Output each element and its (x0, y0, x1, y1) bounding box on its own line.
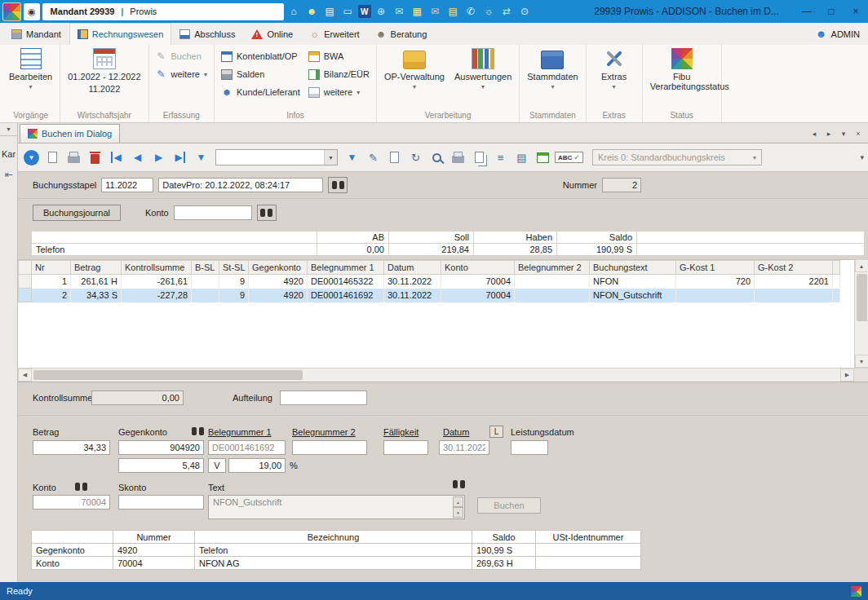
new-booking-button[interactable] (43, 147, 62, 168)
table-export-button[interactable] (534, 147, 552, 168)
send-mail-icon[interactable]: ✉ (427, 3, 443, 20)
word-icon[interactable]: W (358, 5, 371, 18)
tab-online[interactable]: ! Online (243, 23, 301, 45)
extras-button[interactable]: Extras ▾ (589, 46, 640, 90)
recent-icon[interactable]: ⊙ (517, 3, 533, 20)
user-menu[interactable]: ☻ ADMIN (808, 23, 868, 45)
betrag-input[interactable] (33, 440, 110, 455)
ideas-icon[interactable]: ☼ (481, 3, 497, 20)
documents-icon[interactable]: ▤ (322, 3, 338, 20)
protocol-button[interactable]: ▤ (512, 147, 531, 168)
buchen-submit-button[interactable]: Buchen (477, 497, 541, 514)
scroll-right-button[interactable]: ▶ (840, 368, 854, 382)
leistungsdatum-input[interactable] (511, 440, 548, 455)
list-view-button[interactable]: ≡ (491, 147, 510, 168)
gegenkonto-info-row[interactable]: Gegenkonto 4920 Telefon 190,99 S (32, 544, 641, 557)
tab-beratung[interactable]: ☻ Beratung (368, 23, 436, 45)
vertical-scrollbar[interactable]: ▲ ▼ (854, 259, 868, 368)
first-record-button[interactable]: ◀ (107, 147, 126, 168)
search-button[interactable] (427, 147, 446, 168)
tab-list-button[interactable]: ▾ (837, 127, 850, 140)
konto-filter-input[interactable] (174, 205, 252, 220)
konto-input[interactable] (33, 495, 110, 510)
spin-up-button[interactable]: ▴ (453, 496, 463, 507)
previous-record-button[interactable]: ◀ (128, 147, 147, 168)
sidebar-tab-kartei[interactable]: Kar (2, 149, 16, 159)
salden-button[interactable]: Salden (217, 66, 304, 82)
col-b-sl[interactable]: B-SL (192, 261, 219, 275)
buchungstext-input[interactable]: NFON_Gutschrift ▴ ▾ (208, 495, 465, 519)
ledger-icon[interactable]: ▤ (445, 3, 461, 20)
kontenblatt-op-button[interactable]: Kontenblatt/OP (217, 48, 304, 64)
kontrollsumme-input[interactable] (91, 390, 184, 405)
horizontal-scroll-thumb[interactable] (33, 370, 303, 380)
bwa-button[interactable]: BWA (304, 48, 374, 64)
spin-down-button[interactable]: ▾ (453, 507, 463, 518)
col-g-kost-2[interactable]: G-Kost 2 (755, 261, 833, 275)
weitere-erfassung-button[interactable]: ✎ weitere ▾ (152, 66, 211, 82)
gegenkonto-input[interactable] (118, 440, 204, 455)
scroll-up-button[interactable]: ▲ (855, 259, 868, 272)
konto-search-button[interactable] (75, 483, 87, 492)
summary-row[interactable]: Telefon 0,00 219,84 28,85 190,99 S (32, 244, 865, 256)
print-preview-button[interactable] (449, 147, 467, 168)
filter-button[interactable]: ▼ (192, 147, 210, 168)
belegnummer-2-label[interactable]: Belegnummer 2 (292, 427, 356, 437)
scroll-tabs-left-button[interactable]: ◂ (808, 127, 821, 140)
col-st-sl[interactable]: St-SL (219, 261, 249, 275)
scroll-left-button[interactable]: ◀ (18, 368, 32, 382)
col-g-kost-1[interactable]: G-Kost 1 (676, 261, 755, 275)
wirtschaftsjahr-button[interactable]: 01.2022 - 12.2022 11.2022 (63, 46, 145, 94)
steuersatz-input[interactable] (228, 458, 286, 473)
search-combobox[interactable]: ▾ (215, 149, 338, 165)
next-record-button[interactable]: ▶ (149, 147, 168, 168)
leistungsdatum-toggle-button[interactable]: L (489, 426, 503, 438)
aufteilung-input[interactable] (280, 390, 367, 405)
steuercode-input[interactable] (208, 458, 226, 473)
datev-info-input[interactable] (158, 178, 323, 192)
weitere-infos-button[interactable]: weitere ▾ (304, 84, 374, 100)
tab-rechnungswesen[interactable]: Rechnungswesen (69, 23, 171, 45)
print-button[interactable] (64, 147, 83, 168)
col-kontrollsumme[interactable]: Kontrollsumme (122, 261, 192, 275)
kunde-lieferant-button[interactable]: ☻ Kunde/Lieferant (217, 84, 304, 100)
gegenkonto-search-button[interactable] (192, 427, 204, 437)
search-input[interactable] (216, 150, 324, 165)
app-menu-button[interactable]: ◉ (24, 3, 40, 20)
filter-edit-button[interactable]: ▼ (343, 147, 361, 168)
scroll-down-button[interactable]: ▼ (855, 355, 868, 368)
stammdaten-button[interactable]: Stammdaten ▾ (522, 46, 582, 90)
fibu-status-button[interactable]: Fibu Verarbeitungsstatus (645, 46, 719, 91)
datum-input[interactable] (439, 440, 489, 455)
tab-erweitert[interactable]: ☼ Erweitert (301, 23, 367, 45)
sidebar-menu-button[interactable]: ▾ (0, 123, 17, 136)
belegnummer-1-label[interactable]: Belegnummer 1 (208, 427, 272, 437)
col-konto[interactable]: Konto (441, 261, 515, 275)
horizontal-scrollbar[interactable]: ◀ ▶ (18, 368, 868, 382)
close-button[interactable]: × (844, 0, 868, 23)
abc-check-button[interactable]: ABC✓ (555, 147, 583, 168)
phone-icon[interactable]: ✆ (463, 3, 479, 20)
web-icon[interactable]: ⊕ (374, 3, 389, 20)
tab-buchen-im-dialog[interactable]: Buchen im Dialog (20, 124, 120, 143)
buchungsjournal-button[interactable]: Buchungsjournal (33, 205, 121, 221)
rebook-button[interactable]: ↻ (406, 147, 425, 168)
faelligkeit-input[interactable] (383, 440, 428, 455)
grid-row-1[interactable]: 1 261,61 H -261,61 9 4920 DE0001465322 3… (19, 275, 840, 289)
minimize-button[interactable]: — (795, 0, 819, 23)
filter-records-button[interactable]: ▼ (22, 147, 41, 168)
belegnummer-1-input[interactable] (208, 440, 286, 455)
col-belegnummer-2[interactable]: Belegnummer 2 (515, 261, 590, 275)
tab-mandant[interactable]: Mandant (3, 23, 69, 45)
last-record-button[interactable]: ▶ (170, 147, 189, 168)
monitor-icon[interactable]: ▭ (340, 3, 356, 20)
buchungskreis-select[interactable]: Kreis 0: Standardbuchungskreis ▾ (592, 149, 762, 165)
copy-button[interactable] (470, 147, 489, 168)
col-buchungstext[interactable]: Buchungstext (590, 261, 676, 275)
stapel-search-button[interactable] (328, 177, 348, 193)
mandant-selector[interactable]: Mandant 29939 | Prowis (42, 3, 284, 20)
col-datum[interactable]: Datum (384, 261, 441, 275)
col-nr[interactable]: Nr (32, 261, 71, 275)
skonto-input[interactable] (118, 495, 204, 510)
faelligkeit-label[interactable]: Fälligkeit (383, 427, 418, 437)
